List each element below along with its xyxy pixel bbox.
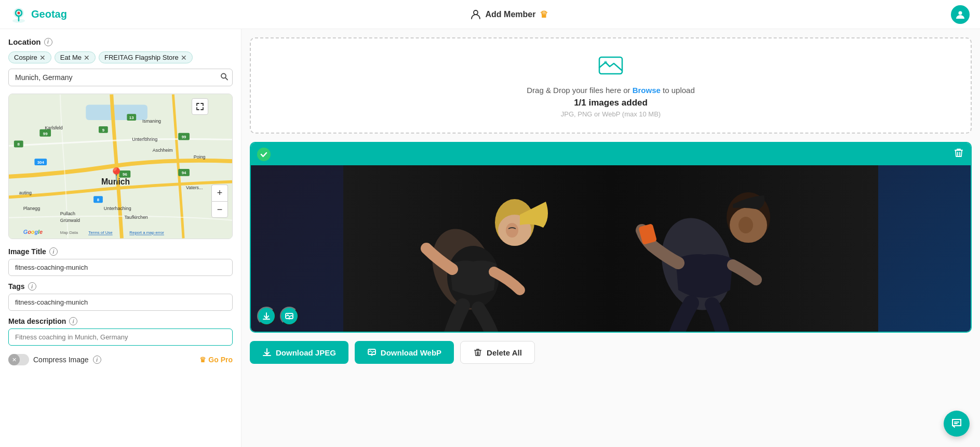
upload-suffix: to upload bbox=[663, 86, 695, 95]
upload-hint: JPG, PNG or WebP (max 10 MB) bbox=[561, 110, 661, 118]
logo[interactable]: Geotag bbox=[10, 6, 67, 23]
svg-text:Report a map error: Report a map error bbox=[129, 230, 164, 235]
svg-point-6 bbox=[959, 11, 962, 15]
expand-icon bbox=[196, 102, 204, 111]
svg-point-61 bbox=[287, 314, 289, 316]
remove-freitag-btn[interactable]: ✕ bbox=[181, 54, 187, 61]
upload-text: Drag & Drop your files here or Browse to… bbox=[527, 86, 695, 95]
trash-icon bbox=[953, 147, 964, 159]
avatar-icon bbox=[955, 9, 965, 20]
meta-description-input[interactable] bbox=[8, 328, 233, 346]
image-title-input[interactable] bbox=[8, 259, 233, 276]
svg-text:Taufkirchen: Taufkirchen bbox=[124, 215, 147, 220]
tags-label: Tags i bbox=[8, 282, 233, 291]
svg-point-5 bbox=[474, 10, 478, 15]
logo-icon bbox=[10, 6, 27, 23]
remove-cospire-btn[interactable]: ✕ bbox=[39, 54, 46, 61]
tags-input[interactable] bbox=[8, 294, 233, 311]
delete-all-button[interactable]: Delete All bbox=[460, 341, 535, 364]
svg-text:99: 99 bbox=[43, 132, 48, 136]
svg-text:304: 304 bbox=[37, 160, 45, 165]
drag-drop-text: Drag & Drop your files here or bbox=[527, 86, 630, 95]
svg-text:Google: Google bbox=[23, 229, 43, 235]
map-expand-button[interactable] bbox=[192, 98, 208, 115]
map-container[interactable]: 99 8 304 9 13 99 94 96 8 bbox=[8, 94, 233, 239]
toggle-off-indicator: ✕ bbox=[8, 354, 20, 365]
go-pro-label: Go Pro bbox=[208, 356, 233, 364]
svg-text:94: 94 bbox=[182, 170, 186, 175]
fitness-image bbox=[251, 165, 971, 332]
image-card bbox=[250, 142, 972, 333]
svg-point-3 bbox=[18, 11, 20, 14]
download-action-button[interactable] bbox=[257, 307, 276, 325]
svg-text:Vaters...: Vaters... bbox=[186, 185, 203, 190]
meta-desc-info-icon[interactable]: i bbox=[69, 317, 77, 325]
tags-info-icon[interactable]: i bbox=[28, 282, 36, 291]
images-added-count: 1/1 images added bbox=[574, 98, 648, 108]
remove-eatme-btn[interactable]: ✕ bbox=[84, 54, 90, 61]
location-search-button[interactable] bbox=[220, 73, 229, 83]
svg-line-8 bbox=[225, 78, 227, 80]
download-jpeg-label: Download JPEG bbox=[276, 348, 336, 357]
image-card-header bbox=[251, 143, 971, 165]
chat-bubble-button[interactable] bbox=[944, 411, 970, 437]
compress-left: ✕ Compress Image i bbox=[8, 354, 101, 365]
svg-text:Grünwald: Grünwald bbox=[60, 218, 80, 223]
download-image-button[interactable] bbox=[280, 307, 299, 325]
tag-label: Eat Me bbox=[60, 54, 82, 61]
svg-text:auting: auting bbox=[19, 190, 32, 195]
svg-text:8: 8 bbox=[97, 198, 100, 202]
download-webp-label: Download WebP bbox=[381, 348, 441, 357]
download-webp-icon bbox=[367, 348, 377, 357]
location-search-input[interactable] bbox=[8, 69, 233, 86]
download-webp-button[interactable]: Download WebP bbox=[355, 341, 454, 364]
add-member-label[interactable]: Add Member bbox=[486, 10, 536, 19]
compress-toggle[interactable]: ✕ bbox=[8, 354, 29, 365]
image-title-text: Image Title bbox=[8, 247, 46, 256]
tags-text: Tags bbox=[8, 282, 25, 291]
zoom-in-button[interactable]: + bbox=[211, 185, 228, 201]
zoom-out-button[interactable]: − bbox=[211, 201, 228, 218]
compress-info-icon[interactable]: i bbox=[93, 356, 101, 364]
content-area: Drag & Drop your files here or Browse to… bbox=[241, 29, 980, 447]
user-avatar[interactable] bbox=[951, 5, 970, 24]
image-title-label: Image Title i bbox=[8, 247, 233, 256]
compress-label: Compress Image bbox=[33, 356, 89, 364]
compress-row: ✕ Compress Image i ♛ Go Pro bbox=[8, 354, 233, 365]
image-check-icon bbox=[257, 148, 271, 161]
svg-rect-10 bbox=[86, 104, 147, 120]
sidebar: Location i Cospire ✕ Eat Me ✕ FREITAG Fl… bbox=[0, 29, 241, 447]
checkmark-icon bbox=[260, 151, 267, 158]
location-label: Location bbox=[8, 37, 41, 46]
svg-text:Planegg: Planegg bbox=[23, 206, 41, 211]
location-info-icon[interactable]: i bbox=[44, 38, 52, 46]
meta-description-label: Meta description i bbox=[8, 317, 233, 325]
download-jpeg-button[interactable]: Download JPEG bbox=[250, 341, 348, 364]
search-icon bbox=[220, 73, 229, 81]
svg-text:Ismaning: Ismaning bbox=[142, 119, 161, 124]
crown-icon: ♛ bbox=[540, 9, 548, 20]
image-preview bbox=[251, 165, 971, 332]
svg-text:Aschheim: Aschheim bbox=[153, 148, 173, 153]
location-tags: Cospire ✕ Eat Me ✕ FREITAG Flagship Stor… bbox=[8, 51, 233, 63]
svg-text:Unterhaching: Unterhaching bbox=[104, 206, 131, 211]
svg-point-53 bbox=[506, 223, 518, 238]
tag-chip-cospire: Cospire ✕ bbox=[8, 51, 51, 63]
delete-image-button[interactable] bbox=[953, 147, 964, 161]
svg-text:Terms of Use: Terms of Use bbox=[88, 230, 113, 235]
svg-text:8: 8 bbox=[18, 142, 20, 147]
svg-point-58 bbox=[739, 217, 753, 233]
image-title-info-icon[interactable]: i bbox=[49, 247, 58, 256]
svg-text:9: 9 bbox=[102, 128, 105, 133]
svg-text:99: 99 bbox=[182, 135, 186, 139]
go-pro-button[interactable]: ♛ Go Pro bbox=[199, 356, 233, 364]
chat-bubble-icon bbox=[950, 417, 963, 430]
header-center: Add Member ♛ bbox=[470, 9, 548, 20]
person-icon bbox=[470, 9, 481, 20]
download-image-icon bbox=[285, 312, 293, 320]
image-upload-icon bbox=[598, 53, 623, 76]
main-layout: Location i Cospire ✕ Eat Me ✕ FREITAG Fl… bbox=[0, 29, 980, 447]
upload-dropzone[interactable]: Drag & Drop your files here or Browse to… bbox=[250, 37, 972, 134]
map-visual: 99 8 304 9 13 99 94 96 8 bbox=[9, 94, 232, 239]
browse-link[interactable]: Browse bbox=[633, 86, 661, 95]
